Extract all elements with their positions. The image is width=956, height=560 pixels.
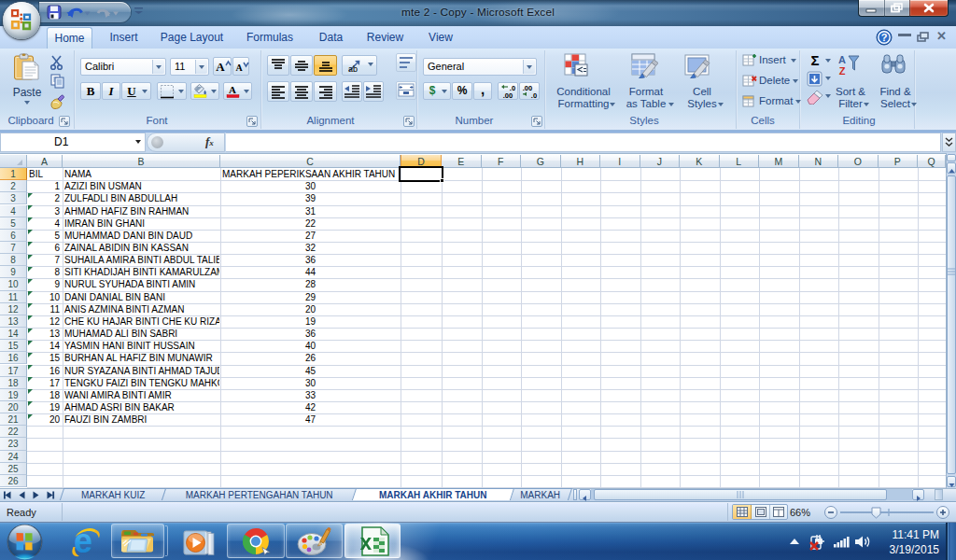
svg-text:A: A — [235, 63, 243, 73]
svg-text:A: A — [216, 60, 225, 74]
svg-text:?: ? — [881, 32, 888, 43]
svg-text:Z: Z — [839, 65, 846, 77]
svg-text:A: A — [229, 84, 236, 95]
svg-text:ab: ab — [348, 64, 358, 74]
svg-text:.0: .0 — [531, 91, 537, 100]
svg-text:.00: .00 — [503, 91, 513, 100]
svg-text:A: A — [838, 54, 846, 65]
